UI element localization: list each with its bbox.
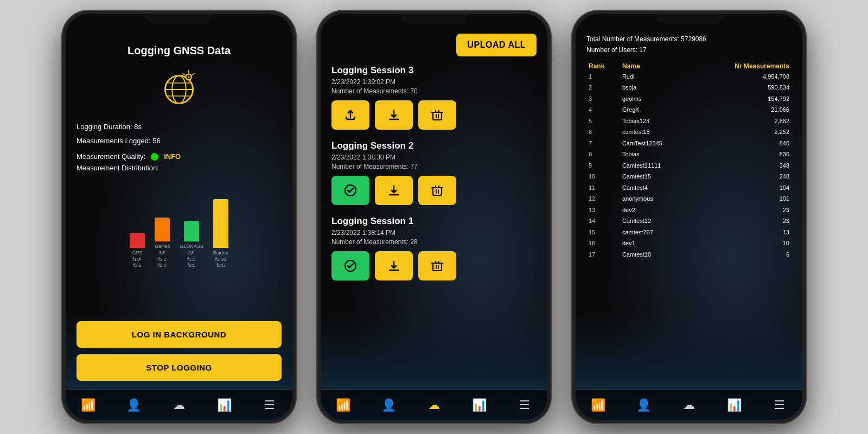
leaderboard-table: Rank Name Nr Measurements 1Rudi4,954,708… [586,61,792,260]
session-3-upload-btn[interactable] [331,100,369,130]
nav-user-2[interactable]: 👤 [378,394,399,416]
table-row: 7CamTest12345840 [586,138,792,149]
globe-icon [76,66,282,109]
phone-notch-2 [401,14,467,24]
session-card-3: Logging Session 3 2/23/2022 1:39:02 PM N… [331,65,537,130]
table-row: 14Camtest1223 [586,215,792,227]
session-2-date: 2/23/2022 1:38:30 PM [331,154,537,161]
logging-duration: Logging Duration: 8s [76,120,282,134]
col-measurements: Nr Measurements [694,61,792,71]
session-3-title: Logging Session 3 [331,65,537,76]
svg-line-9 [182,73,186,75]
bar-galileo-bar [155,218,170,241]
leaderboard-header: Total Number of Measurements: 5729086 Nu… [586,34,792,56]
nav-user[interactable]: 👤 [123,394,144,416]
bar-chart: GPSf1:✗f2:2 Galileo3✗f1:3f2:0 GLONASS2✗f… [76,199,282,269]
bar-beidou: Beidouf1:10f2:5 [213,199,228,269]
table-row: 6camtest182,252 [586,126,792,138]
table-row: 15camtest76713 [586,227,792,238]
bar-galileo-label: Galileo3✗f1:3f2:0 [155,244,170,269]
svg-line-10 [192,73,195,75]
stats-section: Logging Duration: 8s Measurements Logged… [76,120,282,148]
total-measurements: Total Number of Measurements: 5729086 [586,34,792,44]
svg-rect-20 [433,188,442,195]
table-row: 1Rudi4,954,708 [586,71,792,82]
phone-notch-3 [656,14,722,24]
nav-cloud-2[interactable]: ☁ [423,394,445,416]
distribution-label: Measurement Distribution: [76,164,282,172]
svg-rect-12 [433,112,442,120]
table-row: 4GregK21,066 [586,104,792,116]
nav-cloud[interactable]: ☁ [168,394,190,416]
phone-2: UPLOAD ALL Logging Session 3 2/23/2022 1… [317,11,551,423]
session-3-date: 2/23/2022 1:39:02 PM [331,78,537,86]
session-3-download-btn[interactable] [375,100,413,130]
nav-menu-3[interactable]: ☰ [769,394,790,416]
measurement-quality-row: Measurement Quality: INFO [76,152,282,161]
session-1-actions [331,251,537,280]
session-2-download-btn[interactable] [375,176,413,205]
session-card-1: Logging Session 1 2/23/2022 1:38:14 PM N… [331,216,537,280]
session-2-delete-btn[interactable] [418,176,456,205]
nav-user-3[interactable]: 👤 [633,394,654,416]
session-1-uploaded-btn[interactable] [331,251,369,280]
bar-glonass: GLONASS2✗f1:3f2:5 [180,221,203,269]
table-row: 2bsoja590,834 [586,82,792,93]
phone-3: Total Number of Measurements: 5729086 Nu… [572,11,806,423]
table-row: 3geolms154,792 [586,93,792,105]
nav-chart-3[interactable]: 📊 [724,394,745,416]
table-row: 11Camtest4104 [586,182,792,194]
stop-logging-button[interactable]: STOP LOGGING [76,354,282,381]
nav-menu[interactable]: ☰ [259,394,280,416]
session-3-delete-btn[interactable] [418,100,456,130]
table-row: 8Tobias836 [586,149,792,160]
nav-wifi-2[interactable]: 📶 [333,394,354,416]
table-row: 9Camtest11111348 [586,160,792,171]
bottom-nav-2: 📶 👤 ☁ 📊 ☰ [321,390,547,420]
session-1-download-btn[interactable] [375,251,413,280]
quality-label: Measurement Quality: [76,152,145,161]
session-2-count: Number of Measurements: 77 [331,163,537,170]
upload-all-button[interactable]: UPLOAD ALL [456,34,537,56]
bar-beidou-label: Beidouf1:10f2:5 [213,250,228,269]
session-3-actions [331,100,537,130]
bar-gps: GPSf1:✗f2:2 [130,233,145,269]
number-of-users: Number of Users: 17 [586,44,792,55]
col-name: Name [620,61,694,71]
session-3-count: Number of Measurements: 70 [331,87,537,95]
nav-chart[interactable]: 📊 [214,394,235,416]
page-title: Logging GNSS Data [76,44,282,57]
session-2-title: Logging Session 2 [331,141,537,151]
action-buttons: LOG IN BACKGROUND STOP LOGGING [76,321,282,381]
session-1-date: 2/23/2022 1:38:14 PM [331,229,537,237]
session-1-count: Number of Measurements: 28 [331,238,537,246]
quality-indicator [151,153,158,161]
session-card-2: Logging Session 2 2/23/2022 1:38:30 PM N… [331,141,537,205]
table-row: 13dev223 [586,205,792,216]
phone-1: Logging GNSS Data Logging Duration: 8s M… [62,11,296,423]
svg-rect-28 [433,263,442,271]
phone-notch [146,14,212,24]
bar-glonass-bar [184,221,199,241]
bar-galileo: Galileo3✗f1:3f2:0 [155,218,170,269]
session-1-title: Logging Session 1 [331,216,537,227]
info-link[interactable]: INFO [164,152,181,161]
table-row: 5Tobias1232,882 [586,116,792,127]
nav-menu-2[interactable]: ☰ [514,394,535,416]
nav-chart-2[interactable]: 📊 [469,394,490,416]
bar-gps-label: GPSf1:✗f2:2 [132,250,143,269]
nav-wifi[interactable]: 📶 [78,394,99,416]
session-2-actions [331,176,537,205]
col-rank: Rank [586,61,620,71]
bar-gps-bar [130,233,145,248]
bar-beidou-bar [213,199,228,248]
bar-glonass-label: GLONASS2✗f1:3f2:5 [180,244,203,269]
nav-cloud-3[interactable]: ☁ [678,394,700,416]
table-row: 17Camtest106 [586,249,792,260]
bottom-nav-1: 📶 👤 ☁ 📊 ☰ [66,390,292,420]
table-row: 16dev110 [586,238,792,249]
nav-wifi-3[interactable]: 📶 [588,394,609,416]
session-2-uploaded-btn[interactable] [331,176,369,205]
log-background-button[interactable]: LOG IN BACKGROUND [76,321,282,348]
session-1-delete-btn[interactable] [418,251,456,280]
